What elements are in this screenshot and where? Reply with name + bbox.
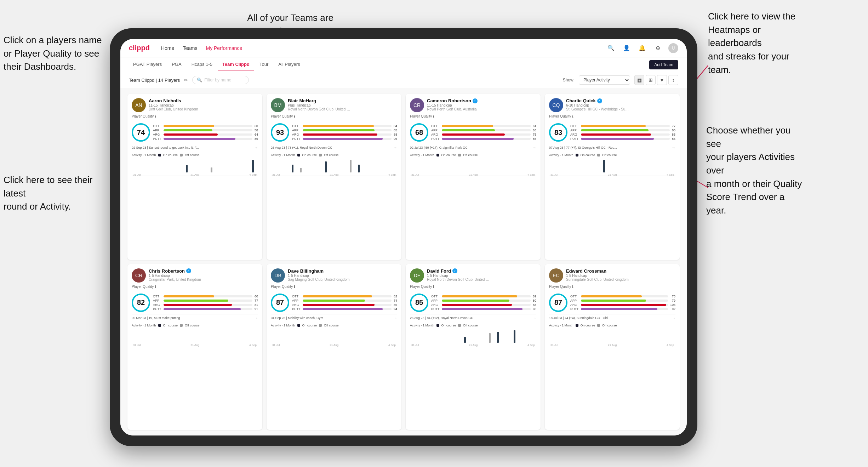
activity-section: Activity · 1 Month On course Off course: [132, 324, 258, 346]
nav-teams[interactable]: Teams: [183, 44, 197, 52]
player-name[interactable]: Chris Robertson ✓: [149, 268, 258, 274]
off-course-label: Off course: [602, 153, 617, 157]
on-course-dot: [576, 324, 578, 327]
app-bar-wrap: [164, 129, 252, 131]
player-card[interactable]: EC Edward Crossman 1-5 Handicap Sunningd…: [545, 264, 680, 430]
player-card[interactable]: BM Blair McHarg Plus Handicap Royal Nort…: [267, 94, 401, 260]
player-card[interactable]: CQ Charlie Quick ✓ 6-10 Handicap St. Geo…: [545, 94, 680, 260]
off-course-dot: [597, 324, 600, 327]
toolbar: Team Clippd | 14 Players ✏ 🔍 Filter by n…: [120, 72, 687, 88]
putt-val: 86: [672, 137, 675, 141]
ipad-frame: clippd Home Teams My Performance 🔍 👤 🔔 ⊕…: [110, 28, 697, 446]
arg-label: ARG: [570, 133, 579, 136]
chart-bar: [322, 161, 329, 172]
sort-button[interactable]: ↕: [668, 75, 678, 85]
round-arrow-icon: →: [393, 316, 397, 320]
player-name[interactable]: Cameron Robertson ✓: [427, 98, 536, 103]
latest-round[interactable]: 26 Aug 23 | 84 (+12), Royal North Devon …: [410, 314, 536, 320]
card-header: CR Cameron Robertson ✓ 11-15 Handicap Ro…: [410, 98, 536, 112]
quality-score[interactable]: 87: [549, 294, 567, 312]
putt-val: 92: [670, 307, 675, 311]
tab-all-players[interactable]: All Players: [274, 59, 304, 70]
nav-my-performance[interactable]: My Performance: [206, 44, 242, 52]
putt-bar-wrap: [442, 308, 531, 310]
quality-score[interactable]: 87: [271, 294, 289, 312]
tab-hcaps[interactable]: Hcaps 1-5: [187, 59, 217, 70]
player-name[interactable]: Dave Billingham: [288, 268, 397, 274]
activity-chart: 31 Jul 21 Aug 4 Sep: [549, 158, 675, 176]
player-club: Craigmillar Park, United Kingdom: [149, 278, 212, 281]
activity-section: Activity · 1 Month On course Off course: [410, 324, 536, 346]
edit-icon[interactable]: ✏: [184, 78, 188, 83]
quality-score[interactable]: 82: [132, 294, 150, 312]
quality-score[interactable]: 85: [410, 294, 428, 312]
grid-view-button[interactable]: ▦: [634, 75, 644, 85]
player-handicap: 6-10 Handicap: [566, 103, 675, 107]
search-box[interactable]: 🔍 Filter by name: [192, 76, 249, 84]
player-name[interactable]: Edward Crossman: [566, 268, 675, 274]
tab-team-clippd[interactable]: Team Clippd: [218, 59, 254, 70]
chart-bar: [289, 165, 296, 172]
latest-round[interactable]: 04 Sep 23 | Mobility with coach, Gym →: [271, 314, 397, 320]
app-val: 63: [533, 129, 536, 132]
chart-bars: [549, 158, 675, 172]
quality-score[interactable]: 93: [271, 123, 289, 142]
arg-bar-wrap: [442, 133, 531, 136]
app-val: 80: [672, 129, 675, 132]
ott-label: OTT: [570, 124, 579, 128]
player-avatar: EC: [549, 268, 563, 283]
latest-round[interactable]: 05 Mar 23 | 19, Must make putting →: [132, 314, 258, 320]
list-view-button[interactable]: ⊞: [646, 75, 656, 85]
filter-button[interactable]: ▼: [657, 75, 667, 85]
arg-bar-wrap: [303, 304, 392, 306]
latest-round[interactable]: 18 Jul 23 | 74 (+4), Sunningdale GC - Ol…: [549, 314, 675, 320]
settings-icon[interactable]: ⊕: [653, 43, 663, 53]
arg-val: 103: [670, 303, 675, 307]
activity-label: Activity · 1 Month: [132, 153, 156, 157]
player-name[interactable]: Blair McHarg: [288, 98, 397, 103]
arg-val: 83: [672, 133, 675, 136]
quality-score[interactable]: 68: [410, 123, 428, 142]
quality-section: 82 OTT 60 APP 77 ARG 81 PUTT 91: [132, 294, 258, 312]
latest-round[interactable]: 26 Aug 23 | 73 (+1), Royal North Devon G…: [271, 144, 397, 150]
show-select[interactable]: Player Activity Quality Score Trend: [579, 75, 630, 85]
player-card[interactable]: CR Cameron Robertson ✓ 11-15 Handicap Ro…: [406, 94, 541, 260]
player-card[interactable]: DB Dave Billingham 1-5 Handicap Sag Magi…: [267, 264, 401, 430]
activity-header: Activity · 1 Month On course Off course: [132, 324, 258, 327]
off-course-label: Off course: [463, 153, 478, 157]
arg-label: ARG: [431, 133, 440, 136]
add-team-button[interactable]: Add Team: [649, 60, 678, 69]
notification-icon[interactable]: 🔔: [637, 43, 647, 53]
player-name[interactable]: Charlie Quick ✓: [566, 98, 675, 103]
latest-round[interactable]: 07 Aug 23 | 77 (+7), St George's Hill GC…: [549, 144, 675, 150]
chart-label-3: 4 Sep: [388, 173, 396, 176]
player-name[interactable]: David Ford ✓: [427, 268, 536, 274]
nav-home[interactable]: Home: [161, 44, 174, 52]
card-header: EC Edward Crossman 1-5 Handicap Sunningd…: [549, 268, 675, 283]
activity-chart: 31 Jul 21 Aug 4 Sep: [132, 329, 258, 346]
latest-round[interactable]: 02 Sep 23 | Sunset round to get back int…: [132, 144, 258, 150]
search-icon[interactable]: 🔍: [606, 43, 616, 53]
player-card[interactable]: DF David Ford ✓ 1-5 Handicap Royal North…: [406, 264, 541, 430]
quality-score[interactable]: 83: [549, 123, 567, 142]
quality-label: Player Quality ℹ: [410, 285, 536, 289]
stats-grid: OTT 89 APP 80 ARG 83 PUTT 96: [431, 295, 536, 311]
player-card[interactable]: CR Chris Robertson ✓ 1-5 Handicap Craigm…: [127, 264, 262, 430]
user-avatar[interactable]: U: [668, 43, 678, 53]
chart-label-2: 21 Aug: [608, 173, 617, 176]
tab-pgat-players[interactable]: PGAT Players: [129, 59, 166, 70]
quality-score[interactable]: 74: [132, 123, 150, 142]
ott-val: 73: [670, 295, 675, 298]
profile-icon[interactable]: 👤: [622, 43, 632, 53]
player-name[interactable]: Aaron Nicholls: [149, 98, 258, 103]
chart-label-2: 21 Aug: [330, 173, 338, 176]
player-club: Royal Perth Golf Club, Australia: [427, 107, 491, 111]
quality-section: 85 OTT 89 APP 80 ARG 83 PUTT 96: [410, 294, 536, 312]
latest-round[interactable]: 02 Jul 23 | 59 (+17), Craigmillar Park G…: [410, 144, 536, 150]
tab-tour[interactable]: Tour: [255, 59, 273, 70]
quality-label: Player Quality ℹ: [132, 114, 258, 118]
ott-label: OTT: [292, 124, 301, 128]
chart-label-1: 31 Jul: [272, 173, 280, 176]
tab-pga[interactable]: PGA: [167, 59, 185, 70]
player-card[interactable]: AN Aaron Nicholls 11-15 Handicap Drift G…: [127, 94, 262, 260]
